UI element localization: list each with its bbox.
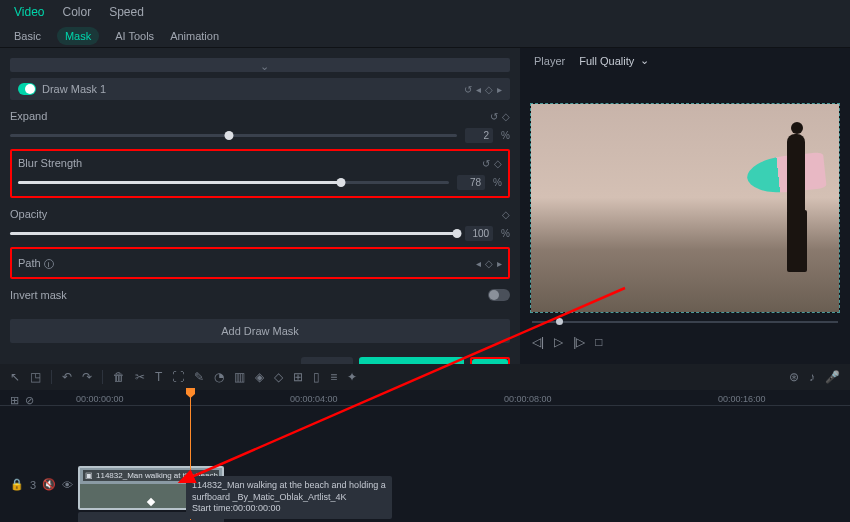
chevron-down-icon: ⌄ xyxy=(260,60,269,73)
audio-icon[interactable]: ♪ xyxy=(809,370,815,384)
blur-slider[interactable] xyxy=(18,181,449,184)
collapsed-section[interactable]: ⌄ xyxy=(10,58,510,72)
film-icon: ▣ xyxy=(85,471,93,480)
preview-viewport[interactable] xyxy=(530,103,840,313)
timeline: ⊞ ⊘ 00:00:00:00 00:00:04:00 00:00:08:00 … xyxy=(0,390,850,522)
ruler-tick: 00:00:08:00 xyxy=(504,394,552,404)
text-tool-icon[interactable]: T xyxy=(155,370,162,384)
keyframe-icon[interactable]: ◇ xyxy=(485,84,493,95)
path-label: Pathi xyxy=(18,257,54,269)
chevron-down-icon: ⌄ xyxy=(640,54,649,67)
render-icon[interactable]: ⊛ xyxy=(789,370,799,384)
quality-dropdown[interactable]: Full Quality ⌄ xyxy=(579,54,649,67)
opacity-slider[interactable] xyxy=(10,232,457,235)
reset-button[interactable]: Reset xyxy=(301,357,354,364)
ruler-tick: 00:00:16:00 xyxy=(718,394,766,404)
keyframe-icon[interactable]: ◇ xyxy=(502,209,510,220)
reset-icon[interactable]: ↺ xyxy=(482,158,490,169)
invert-mask-toggle[interactable] xyxy=(488,289,510,301)
invert-mask-row: Invert mask xyxy=(10,289,510,301)
player-title: Player xyxy=(534,55,565,67)
lock-icon[interactable]: 🔒 xyxy=(10,478,24,491)
tab-video[interactable]: Video xyxy=(14,5,44,19)
player-panel: Player Full Quality ⌄ ◁| ▷ |▷ □ xyxy=(520,48,850,364)
sub-tabs: Basic Mask AI Tools Animation xyxy=(0,24,850,48)
undo-icon[interactable]: ↶ xyxy=(62,370,72,384)
tab-color[interactable]: Color xyxy=(62,5,91,19)
mute-icon[interactable]: 🔇 xyxy=(42,478,56,491)
blur-label: Blur Strength xyxy=(18,157,82,169)
invert-mask-label: Invert mask xyxy=(10,289,67,301)
pointer-tool-icon[interactable]: ↖ xyxy=(10,370,20,384)
visibility-icon[interactable]: 👁 xyxy=(62,479,73,491)
timeline-toolbar: ↖ ◳ ↶ ↷ 🗑 ✂ T ⛶ ✎ ◔ ▥ ◈ ◇ ⊞ ▯ ≡ ✦ ⊛ ♪ 🎤 xyxy=(0,364,850,390)
group-icon[interactable]: ⊞ xyxy=(293,370,303,384)
expand-value[interactable]: 2 xyxy=(465,128,493,143)
edit-tool-icon[interactable]: ✎ xyxy=(194,370,204,384)
opacity-value[interactable]: 100 xyxy=(465,226,493,241)
opacity-label: Opacity xyxy=(10,208,47,220)
opacity-property: Opacity ◇ 100 % xyxy=(10,208,510,241)
track-count-badge: 3 xyxy=(30,479,36,491)
keyframe-prev-icon[interactable]: ◂ xyxy=(476,258,481,269)
keyframe-tool-icon[interactable]: ◇ xyxy=(274,370,283,384)
keyframe-icon[interactable]: ◇ xyxy=(502,111,510,122)
preview-image xyxy=(531,104,839,312)
stop-icon[interactable]: □ xyxy=(595,335,602,349)
top-tabs: Video Color Speed xyxy=(0,0,850,24)
timeline-ruler[interactable]: 00:00:00:00 00:00:04:00 00:00:08:00 00:0… xyxy=(0,390,850,406)
add-draw-mask-button[interactable]: Add Draw Mask xyxy=(10,319,510,343)
keyframe-next-icon[interactable]: ▸ xyxy=(497,84,502,95)
reset-icon[interactable]: ↺ xyxy=(490,111,498,122)
expand-unit: % xyxy=(501,130,510,141)
color-icon[interactable]: ▥ xyxy=(234,370,245,384)
cut-icon[interactable]: ✂ xyxy=(135,370,145,384)
marker-icon[interactable]: ▯ xyxy=(313,370,320,384)
speed-icon[interactable]: ◔ xyxy=(214,370,224,384)
step-back-icon[interactable]: ◁| xyxy=(532,335,544,349)
mask-layer-header[interactable]: Draw Mask 1 ↺ ◂ ◇ ▸ xyxy=(10,78,510,100)
subtab-basic[interactable]: Basic xyxy=(14,30,41,42)
path-property: Pathi ◂ ◇ ▸ xyxy=(10,247,510,279)
reset-icon[interactable]: ↺ xyxy=(464,84,472,95)
subtab-ai-tools[interactable]: AI Tools xyxy=(115,30,154,42)
expand-property: Expand ↺ ◇ 2 % xyxy=(10,110,510,143)
track-controls: 🔒 3 🔇 👁 xyxy=(10,478,73,491)
volume-slider[interactable] xyxy=(532,321,838,323)
keyframe-prev-icon[interactable]: ◂ xyxy=(476,84,481,95)
mic-icon[interactable]: 🎤 xyxy=(825,370,840,384)
delete-icon[interactable]: 🗑 xyxy=(113,370,125,384)
step-forward-icon[interactable]: |▷ xyxy=(573,335,585,349)
info-icon[interactable]: i xyxy=(44,259,54,269)
blur-strength-property: Blur Strength ↺ ◇ 78 % xyxy=(10,149,510,198)
effects-icon[interactable]: ✦ xyxy=(347,370,357,384)
mask-name-label: Draw Mask 1 xyxy=(42,83,106,95)
play-icon[interactable]: ▷ xyxy=(554,335,563,349)
crop-icon[interactable]: ⛶ xyxy=(172,370,184,384)
track-icon[interactable]: ≡ xyxy=(330,370,337,384)
ok-button[interactable]: OK xyxy=(472,359,508,364)
save-as-custom-button[interactable]: Save as Custom xyxy=(359,357,464,364)
subtab-animation[interactable]: Animation xyxy=(170,30,219,42)
ruler-tick: 00:00:00:00 xyxy=(76,394,124,404)
mask-properties-panel: ⌄ Draw Mask 1 ↺ ◂ ◇ ▸ Expand ↺ ◇ xyxy=(0,48,520,364)
redo-icon[interactable]: ↷ xyxy=(82,370,92,384)
blur-unit: % xyxy=(493,177,502,188)
tab-speed[interactable]: Speed xyxy=(109,5,144,19)
clip-keyframe-icon[interactable] xyxy=(147,498,155,506)
blur-value[interactable]: 78 xyxy=(457,175,485,190)
subtab-mask[interactable]: Mask xyxy=(57,27,99,45)
expand-slider[interactable] xyxy=(10,134,457,137)
keyframe-icon[interactable]: ◇ xyxy=(485,258,493,269)
crop-tool-icon[interactable]: ◳ xyxy=(30,370,41,384)
keyframe-next-icon[interactable]: ▸ xyxy=(497,258,502,269)
keyframe-icon[interactable]: ◇ xyxy=(494,158,502,169)
mask-tool-icon[interactable]: ◈ xyxy=(255,370,264,384)
opacity-unit: % xyxy=(501,228,510,239)
ruler-tick: 00:00:04:00 xyxy=(290,394,338,404)
clip-tooltip: 114832_Man walking at the beach and hold… xyxy=(186,476,392,519)
mask-enable-toggle[interactable] xyxy=(18,83,36,95)
expand-label: Expand xyxy=(10,110,47,122)
